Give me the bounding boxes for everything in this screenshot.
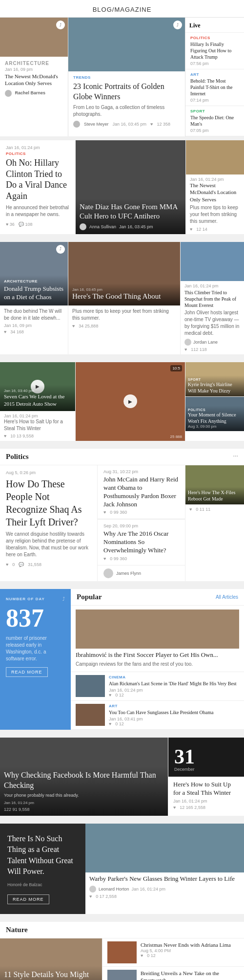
popular-art-title[interactable]: You Too Can Have Sunglasses Like Preside… <box>109 709 213 716</box>
site-header: Blog/Magazine <box>0 0 244 18</box>
facebook-title[interactable]: Why Checking Facebook Is More Harmful Th… <box>4 770 164 791</box>
popular-header: Popular All Articles <box>71 589 244 606</box>
politics-main: Aug 5, 0:26 pm How Do These People Not R… <box>0 465 98 581</box>
politics-center: Aug 31, 10:22 pm John McCain and Harry R… <box>98 465 185 581</box>
live-item-2[interactable]: ART Behold: The Most Painful T-Shirt on … <box>185 69 244 106</box>
warby-block: Warby Parker's New Glasses Bring Winter … <box>85 824 244 914</box>
pol-c-bot-stats: ♥ 0 99 360 <box>103 556 179 561</box>
good-thing-image: Jan 16, 03:45 pm Here's The Good Thing A… <box>68 242 180 305</box>
facebook-stats: 122 91 9,558 <box>4 807 164 812</box>
xfiles-content: ♥ 0 11 11 <box>185 504 244 514</box>
suit-title[interactable]: Here's How to Suit Up for a Steal This W… <box>173 781 239 797</box>
politics-main-title[interactable]: How Do These People Not Recognize Shaq A… <box>6 478 91 528</box>
breitling-title[interactable]: Breitling Unveils a New Take on the Smar… <box>141 970 239 980</box>
mcdonalds-title[interactable]: The Newest McDonald's Location Only Serv… <box>190 182 240 203</box>
top-left-title[interactable]: The Newest McDonald's Location Only Serv… <box>5 73 63 87</box>
climber-stats: ♥ 112 118 <box>184 347 240 352</box>
top-center-content: TRENDS 23 Iconic Portraits of Golden Glo… <box>68 71 185 131</box>
warby-title[interactable]: Warby Parker's New Glasses Bring Winter … <box>89 875 240 883</box>
cars-excerpt: Here's How to Salt Up for a Steal This W… <box>4 418 71 432</box>
popular-cinema-stats: ♥ 0 12 <box>109 693 237 697</box>
hillary-title[interactable]: Oh No: Hillary Clinton Tried to Do a Vir… <box>6 157 69 201</box>
live-item-3[interactable]: SPORT The Speedo Diet: One Man's 07:05 p… <box>185 106 244 136</box>
climber-meta: Jan 16, 01:24 pm <box>184 283 240 288</box>
popular-art-thumb <box>76 704 105 726</box>
popular-cinema-title[interactable]: Alan Rickman's Last Scene in 'Die Hard' … <box>109 680 237 687</box>
trump-excerpt: The duo behind The W will be done in it … <box>4 308 64 322</box>
trump-card: ARCHITECTURE Donald Trump Subsists on a … <box>0 242 68 354</box>
good-thing-card: Jan 16, 03:45 pm Here's The Good Thing A… <box>68 242 181 354</box>
share-icon[interactable]: ⤴ <box>56 21 65 29</box>
video-stats: 25 888 <box>170 435 182 439</box>
pol-c-bot-meta: Sep 20, 09:00 pm <box>103 523 179 528</box>
live-item-1[interactable]: POLITICS Hillary Is Finally Figuring Out… <box>185 33 244 69</box>
number-day-header: NUMBER OF DAY ⤴ <box>6 596 65 602</box>
live-cat-3: SPORT <box>190 109 239 113</box>
live-time-2: 07:14 pm <box>190 98 239 103</box>
politics-more[interactable]: ··· <box>233 453 239 460</box>
number-popular-section: NUMBER OF DAY ⤴ 837 number of prisoner r… <box>0 589 244 734</box>
xfiles-title[interactable]: Here's How The X-Files Reboot Got Made <box>188 489 242 502</box>
facebook-overlay: Why Checking Facebook Is More Harmful Th… <box>0 766 168 816</box>
talent-read-more[interactable]: READ MORE <box>7 894 49 904</box>
popular-art-content: ART You Too Can Have Sunglasses Like Pre… <box>109 704 213 726</box>
popular-all-articles[interactable]: All Articles <box>216 594 238 600</box>
warby-avatar <box>89 886 96 893</box>
christmas-content: Christmas Never Ends with Adriana Lima A… <box>141 941 231 958</box>
kyrie-title[interactable]: Kyrie Irving's Hairline Will Make You Di… <box>188 381 242 394</box>
pol-author-row: James Flynn <box>98 566 185 581</box>
climber-author: Jordan Lane <box>193 340 218 345</box>
talent-title: There Is No Such Thing as a Great Talent… <box>7 833 78 877</box>
trump-content: The duo behind The W will be done in it … <box>0 305 68 337</box>
xfiles-image: Here's How The X-Files Reboot Got Made <box>185 465 244 504</box>
trump-title[interactable]: Donald Trump Subsists on a Diet of Chaos <box>4 285 64 302</box>
pol-c-top-title[interactable]: John McCain and Harry Reid want Obama to… <box>103 476 179 509</box>
moment-image: POLITICS Your Moment of Silence Won't Fi… <box>185 397 244 431</box>
climber-title[interactable]: This Climber Tried to Snapchat from the … <box>184 289 240 308</box>
gap6 <box>0 820 244 824</box>
breitling-item: Breitling Unveils a New Take on the Smar… <box>102 967 244 980</box>
nate-diaz-title[interactable]: Nate Diaz Has Gone From MMA Cult Hero to… <box>80 202 182 221</box>
number-day-share[interactable]: ⤴ <box>62 596 65 602</box>
christmas-title[interactable]: Christmas Never Ends with Adriana Lima <box>141 941 231 948</box>
live-items: POLITICS Hillary Is Finally Figuring Out… <box>185 33 244 136</box>
trump-share[interactable]: ⤴ <box>56 245 65 254</box>
style-title[interactable]: 11 Style Details You Might Be Getting Wr… <box>4 970 98 980</box>
talent-author: Honoré de Balzac <box>7 882 78 887</box>
suit-month: December <box>174 767 238 772</box>
pol-c-top-stats: ♥ 0 99 360 <box>103 510 179 515</box>
number-day-read-more[interactable]: READ MORE <box>6 667 48 677</box>
hillary-category: POLITICS <box>6 152 69 156</box>
good-thing-title[interactable]: Here's The Good Thing About <box>72 292 176 302</box>
good-thing-stats: ♥ 34 25,888 <box>72 324 176 328</box>
suit-number-block: 31 December <box>168 738 244 777</box>
number-popular-row: NUMBER OF DAY ⤴ 837 number of prisoner r… <box>0 589 244 730</box>
kyrie-image: SPORT Kyrie Irving's Hairline Will Make … <box>185 362 244 396</box>
cars-card: ▶ Jan 16, 03:40 pm Seven Cars We Loved a… <box>0 362 76 441</box>
live-time-3: 07:05 pm <box>190 128 239 133</box>
facebook-image: Why Checking Facebook Is More Harmful Th… <box>0 738 168 816</box>
pol-c-bot-title[interactable]: Why Are The 2016 Oscar Nominations So Ov… <box>103 530 179 555</box>
top-center-share-icon[interactable]: ⤴ <box>173 21 182 29</box>
nate-diaz-card: Nate Diaz Has Gone From MMA Cult Hero to… <box>76 140 185 234</box>
center-play-btn[interactable]: ▶ <box>123 394 137 408</box>
talent-quote-block: There Is No Such Thing as a Great Talent… <box>0 824 85 914</box>
mcdonalds-image <box>186 140 244 174</box>
top-grid-section: ⤴ ARCHITECTURE Jan 16, 09 pm The Newest … <box>0 18 244 140</box>
facebook-meta: Jan 16, 01:24 pm <box>4 801 164 805</box>
climber-author-row: Jordan Lane <box>184 339 240 346</box>
hillary-card: Jan 16, 01:24 pm POLITICS Oh No: Hillary… <box>0 140 76 234</box>
climber-card: Jan 16, 01:24 pm This Climber Tried to S… <box>181 242 244 354</box>
nature-label: Nature <box>6 926 28 934</box>
top-center-title[interactable]: 23 Iconic Portraits of Golden Globe Winn… <box>73 82 180 102</box>
popular-main-title[interactable]: Ibrahimović is the First Soccer Player t… <box>76 651 239 659</box>
section4: ▶ Jan 16, 03:40 pm Seven Cars We Loved a… <box>0 362 244 445</box>
cars-title[interactable]: Seven Cars We Loved at the 2015 Detroit … <box>4 393 71 407</box>
politics-center-top: Aug 31, 10:22 pm John McCain and Harry R… <box>98 465 185 520</box>
popular-cinema-label: CINEMA <box>109 675 237 679</box>
pol-author-name: James Flynn <box>116 571 141 576</box>
kyrie-overlay: SPORT Kyrie Irving's Hairline Will Make … <box>185 375 244 396</box>
moment-title[interactable]: Your Moment of Silence Won't Fix Anythin… <box>188 412 242 424</box>
cars-meta-top: Jan 16, 03:40 pm <box>4 389 71 393</box>
politics-label: Politics <box>6 453 29 461</box>
